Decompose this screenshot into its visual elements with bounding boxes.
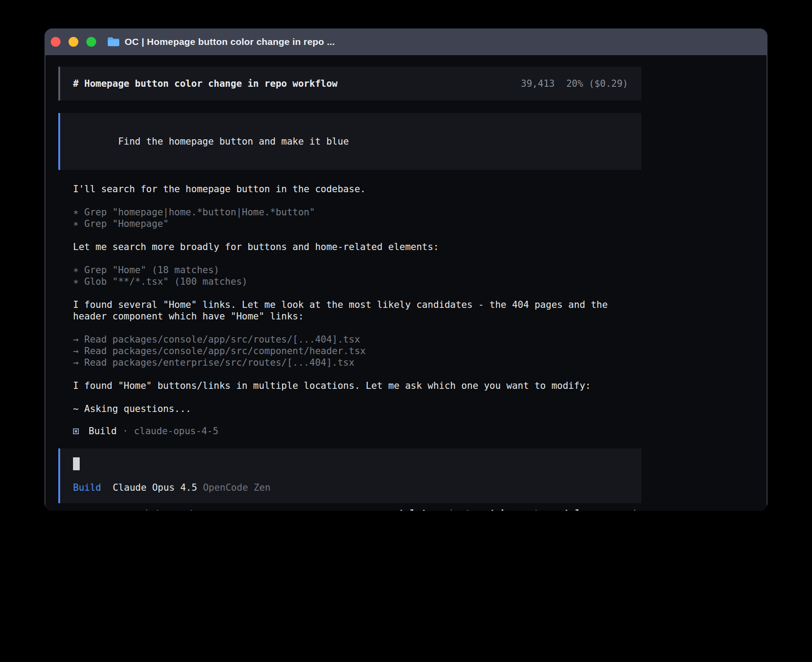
assistant-text-line: I'll search for the homepage button in t… [73,183,641,195]
key-tab: tab [490,508,507,511]
assistant-text-line: I found several "Home" links. Let me loo… [73,299,641,311]
prompt-input[interactable]: Build Claude Opus 4.5 OpenCode Zen [58,448,641,503]
tool-call-read: → Read packages/console/app/src/componen… [73,345,641,357]
user-message-text: Find the homepage button and make it blu… [118,136,349,147]
agent-name: Build [89,425,117,437]
folder-icon [107,36,120,47]
provider-label: OpenCode Zen [203,482,271,493]
hint-interrupt: escinterrupt [122,508,195,511]
context-usage: 20% ($0.29) [566,78,628,89]
window-title: OC | Homepage button color change in rep… [125,36,335,47]
traffic-lights [51,37,96,47]
mode-label: Build [73,482,101,493]
tool-call-grep: ∗ Grep "homepage|home.*button|Home.*butt… [73,206,641,218]
key-esc: esc [122,508,139,511]
session-stats: 39,413 20% ($0.29) [521,78,628,89]
separator-dot: · [122,425,128,437]
key-ctrl-p: ctrl+p [558,508,592,511]
input-meta: Build Claude Opus 4.5 OpenCode Zen [73,482,629,493]
spinner-dots: ········ [62,508,111,511]
zoom-button[interactable] [86,37,96,47]
session-title: # Homepage button color change in repo w… [73,78,337,89]
hint-label: variants [431,508,476,511]
checked-square-icon [73,428,79,434]
tool-call-grep: ∗ Grep "Homepage" [73,218,641,230]
assistant-status-line: ~ Asking questions... [73,403,641,415]
assistant-text-line: I found "Home" buttons/links in multiple… [73,380,641,392]
assistant-text-line: header component which have "Home" links… [73,311,641,322]
title-bar[interactable]: OC | Homepage button color change in rep… [45,28,767,55]
input-model-label: Claude Opus 4.5 [113,482,197,493]
hint-commands: ctrl+pcommands [558,508,641,511]
tool-call-glob: ∗ Glob "**/*.tsx" (100 matches) [73,276,641,287]
user-message: Find the homepage button and make it blu… [58,113,641,170]
tool-call-read: → Read packages/enterprise/src/routes/[.… [73,357,641,368]
tool-call-read: → Read packages/console/app/src/routes/[… [73,334,641,345]
token-count: 39,413 [521,78,555,89]
hint-agents: tabagents [490,508,545,511]
assistant-text-line: Let me search more broadly for buttons a… [73,241,641,253]
minimize-button[interactable] [69,37,78,47]
key-ctrl-t: ctrl+t [393,508,427,511]
text-cursor [73,457,80,470]
close-button[interactable] [51,37,61,47]
status-footer: ········ escinterrupt ctrl+tvariants tab… [58,508,641,511]
hint-label: commands [597,508,641,511]
hint-label: interrupt [144,508,195,511]
footer-right: ctrl+tvariants tabagents ctrl+pcommands [393,508,641,511]
hint-variants: ctrl+tvariants [393,508,476,511]
tool-call-grep: ∗ Grep "Home" (18 matches) [73,264,641,276]
hint-label: agents [511,508,545,511]
session-header: # Homepage button color change in repo w… [58,67,641,101]
assistant-response: I'll search for the homepage button in t… [58,183,641,415]
footer-left: ········ escinterrupt [58,508,195,511]
terminal-screen: # Homepage button color change in repo w… [45,55,767,511]
model-name: claude-opus-4-5 [134,425,219,437]
agent-status-line: Build · claude-opus-4-5 [58,425,641,437]
terminal-window: OC | Homepage button color change in rep… [45,28,767,511]
